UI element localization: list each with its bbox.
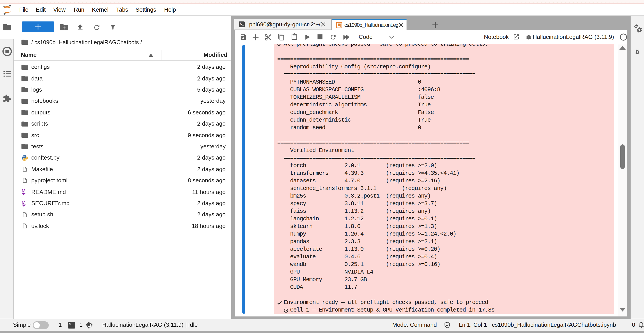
svg-text:M: M [22,200,26,205]
svg-text:M: M [22,188,26,194]
